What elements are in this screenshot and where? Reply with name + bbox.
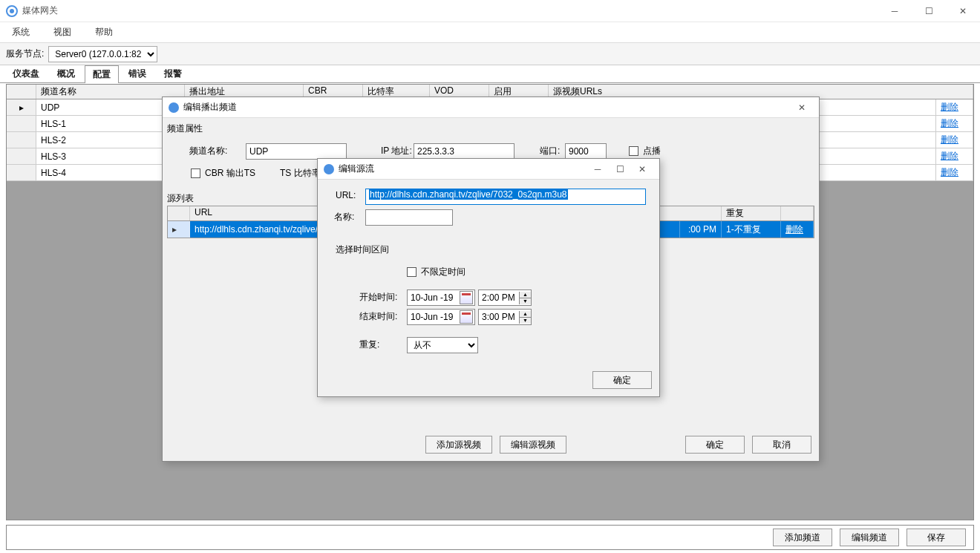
bottom-bar: 添加频道 编辑频道 保存	[6, 525, 974, 550]
url-field[interactable]: http://dlhls.cdn.zhanqi.tv/zqlive/7032_0…	[365, 189, 646, 205]
service-node-label: 服务节点:	[6, 48, 44, 60]
edit-channel-button[interactable]: 编辑频道	[840, 529, 899, 546]
end-time-label: 结束时间:	[359, 310, 397, 323]
close-button[interactable]: ✕	[631, 159, 653, 180]
tabstrip: 仪表盘 概况 配置 错误 报警	[0, 65, 980, 83]
start-time-picker[interactable]: 2:00 PM▲▼	[478, 289, 532, 306]
dialog-close-button[interactable]: ✕	[791, 97, 813, 118]
url-label: URL:	[336, 190, 356, 200]
spinner-icon[interactable]: ▲▼	[519, 311, 531, 324]
channel-name-field[interactable]	[246, 143, 347, 160]
vod-checkbox[interactable]: 点播	[629, 145, 661, 157]
dialog-icon	[169, 102, 179, 113]
cbr-checkbox[interactable]: CBR 输出TS	[191, 167, 255, 180]
delete-link[interactable]: 删除	[941, 117, 958, 130]
name-label: 名称:	[334, 211, 354, 223]
tab-config[interactable]: 配置	[85, 65, 119, 83]
delete-link[interactable]: 删除	[941, 166, 958, 179]
app-icon	[6, 5, 18, 17]
titlebar: 媒体网关 ─ ☐ ✕	[0, 0, 980, 22]
calendar-icon[interactable]	[460, 291, 473, 304]
edit-source-button[interactable]: 编辑源视频	[500, 436, 566, 454]
app-title: 媒体网关	[22, 4, 58, 17]
edit-source-dialog: 编辑源流 ─ ☐ ✕ URL: http://dlhls.cdn.zhanqi.…	[317, 158, 660, 397]
row-indicator: ▸	[7, 99, 36, 115]
start-date-picker[interactable]: 10-Jun -19	[407, 289, 475, 306]
port-field[interactable]	[565, 143, 607, 160]
ip-field[interactable]	[414, 143, 514, 160]
end-time-picker[interactable]: 3:00 PM▲▼	[478, 309, 532, 325]
dialog-titlebar[interactable]: 编辑源流 ─ ☐ ✕	[318, 159, 659, 180]
spinner-icon[interactable]: ▲▼	[519, 292, 531, 304]
menu-help[interactable]: 帮助	[91, 24, 117, 40]
menubar: 系统 视图 帮助	[0, 22, 980, 43]
repeat-label: 重复:	[359, 338, 379, 351]
dialog-cancel-button[interactable]: 取消	[752, 436, 811, 454]
tab-overview[interactable]: 概况	[49, 65, 83, 82]
src-col-repeat[interactable]: 重复	[722, 206, 781, 220]
maximize-button[interactable]: ☐	[912, 0, 946, 22]
port-label: 端口:	[540, 145, 560, 157]
ts-bitrate-label: TS 比特率	[280, 167, 321, 180]
repeat-select[interactable]: 从不	[407, 337, 478, 353]
row-indicator: ▸	[168, 221, 190, 238]
delete-link[interactable]: 删除	[941, 134, 958, 146]
dialog-icon	[324, 164, 334, 174]
menu-system[interactable]: 系统	[7, 24, 34, 40]
name-field[interactable]	[365, 209, 453, 226]
add-channel-button[interactable]: 添加频道	[773, 529, 832, 546]
tab-dashboard[interactable]: 仪表盘	[4, 65, 48, 82]
minimize-button[interactable]: ─	[587, 159, 609, 180]
src-repeat-cell: 1-不重复	[722, 221, 781, 238]
add-source-button[interactable]: 添加源视频	[425, 436, 492, 454]
dialog-title: 编辑播出频道	[183, 101, 237, 114]
ip-label: IP 地址:	[381, 145, 412, 157]
calendar-icon[interactable]	[460, 310, 473, 324]
tab-alarm[interactable]: 报警	[156, 65, 190, 82]
src-time-cell: :00 PM	[680, 221, 722, 238]
no-time-limit-checkbox[interactable]: 不限定时间	[407, 266, 466, 278]
maximize-button[interactable]: ☐	[609, 159, 631, 180]
save-button[interactable]: 保存	[906, 529, 966, 546]
dialog-ok-button[interactable]: 确定	[685, 436, 745, 454]
src-delete-link[interactable]: 删除	[785, 223, 803, 236]
delete-link[interactable]: 删除	[941, 101, 958, 114]
dialog-title: 编辑源流	[339, 163, 374, 175]
menu-view[interactable]: 视图	[49, 24, 76, 40]
service-node-select[interactable]: Server0 (127.0.0.1:8280)	[48, 46, 157, 62]
minimize-button[interactable]: ─	[878, 0, 912, 22]
channel-name-label: 频道名称:	[189, 145, 227, 157]
delete-link[interactable]: 删除	[941, 150, 958, 163]
source-list-label: 源列表	[167, 192, 194, 205]
source-ok-button[interactable]: 确定	[592, 371, 652, 389]
tab-error[interactable]: 错误	[120, 65, 154, 82]
time-range-group-label: 选择时间区间	[336, 243, 389, 256]
end-date-picker[interactable]: 10-Jun -19	[407, 309, 475, 325]
toolbar: 服务节点: Server0 (127.0.0.1:8280)	[0, 43, 980, 65]
channel-props-label: 频道属性	[167, 122, 203, 135]
start-time-label: 开始时间:	[359, 291, 397, 304]
close-button[interactable]: ✕	[946, 0, 980, 22]
dialog-titlebar[interactable]: 编辑播出频道 ✕	[163, 97, 819, 118]
